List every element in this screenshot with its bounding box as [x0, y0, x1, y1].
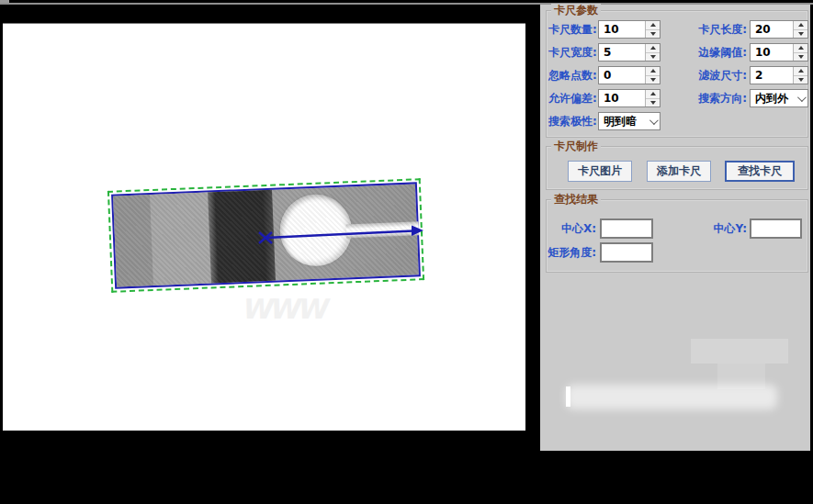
label-search-polarity: 搜索极性: — [548, 112, 596, 130]
part-circular-hole — [278, 193, 353, 267]
part-dark-band — [208, 190, 276, 284]
caliper-width-stepper[interactable]: 5 — [598, 43, 661, 62]
caliper-image-button[interactable]: 卡尺图片 — [568, 161, 632, 182]
corner-chip — [0, 0, 9, 3]
center-x-field[interactable] — [600, 218, 653, 239]
spinner-up-icon[interactable] — [794, 67, 807, 76]
group-caliper-make: 卡尺制作 卡尺图片 添加卡尺 查找卡尺 — [546, 146, 808, 190]
spinner-up-icon[interactable] — [646, 90, 660, 99]
label-search-direction: 搜索方向: — [684, 89, 747, 107]
label-allowed-deviation: 允许偏差: — [548, 89, 596, 107]
chevron-down-icon[interactable] — [645, 113, 660, 129]
inspected-part-image[interactable] — [111, 182, 421, 288]
label-center-x: 中心X: — [548, 219, 596, 238]
search-direction-select[interactable]: 内到外 — [750, 89, 808, 107]
group-caliper-params: 卡尺参数 卡尺数量: 10 卡尺长度: 20 卡尺宽度: — [546, 10, 808, 138]
spinner-up-icon[interactable] — [646, 44, 660, 53]
label-ignore-points: 忽略点数: — [548, 66, 596, 84]
label-rect-angle: 矩形角度: — [547, 243, 596, 262]
caliper-width-value[interactable]: 5 — [599, 44, 645, 61]
ignore-points-value[interactable]: 0 — [599, 67, 645, 84]
control-panel: 卡尺参数 卡尺数量: 10 卡尺长度: 20 卡尺宽度: — [540, 5, 810, 451]
chevron-down-icon[interactable] — [793, 90, 807, 106]
faint-watermark: WWW — [240, 293, 330, 325]
spinner-down-icon[interactable] — [794, 76, 807, 84]
center-y-field[interactable] — [750, 218, 802, 239]
spinner-down-icon[interactable] — [646, 99, 660, 107]
part-light-band — [150, 193, 211, 286]
watermark-block — [691, 339, 788, 364]
group-find-result: 查找结果 中心X: 中心Y: 矩形角度: — [546, 199, 808, 273]
edge-threshold-value[interactable]: 10 — [751, 44, 793, 61]
caliper-length-stepper[interactable]: 20 — [750, 20, 808, 39]
allowed-deviation-value[interactable]: 10 — [599, 90, 645, 106]
watermark-tick — [566, 386, 570, 407]
image-canvas[interactable]: WWW — [3, 23, 525, 431]
part-shade-band — [113, 195, 153, 287]
spinner-up-icon[interactable] — [794, 44, 807, 53]
label-caliper-width: 卡尺宽度: — [548, 43, 596, 62]
allowed-deviation-stepper[interactable]: 10 — [598, 89, 661, 107]
spinner-down-icon[interactable] — [646, 53, 660, 62]
label-edge-threshold: 边缘阈值: — [684, 43, 747, 62]
search-polarity-value: 明到暗 — [599, 113, 645, 129]
ignore-points-stepper[interactable]: 0 — [598, 66, 661, 84]
find-caliper-button[interactable]: 查找卡尺 — [725, 161, 795, 182]
group-title-find-result: 查找结果 — [551, 193, 601, 206]
search-polarity-select[interactable]: 明到暗 — [598, 112, 661, 130]
spinner-up-icon[interactable] — [646, 21, 660, 30]
filter-size-stepper[interactable]: 2 — [750, 66, 808, 84]
spinner-down-icon[interactable] — [646, 30, 660, 39]
label-center-y: 中心Y: — [684, 219, 747, 238]
watermark-blur — [566, 385, 777, 409]
spinner-up-icon[interactable] — [646, 67, 660, 76]
label-caliper-length: 卡尺长度: — [684, 20, 747, 39]
label-filter-size: 滤波尺寸: — [684, 66, 747, 84]
group-title-caliper-params: 卡尺参数 — [551, 4, 601, 17]
spinner-down-icon[interactable] — [794, 53, 807, 62]
group-title-caliper-make: 卡尺制作 — [551, 140, 601, 152]
part-slot — [346, 221, 420, 238]
spinner-down-icon[interactable] — [646, 76, 660, 84]
edge-threshold-stepper[interactable]: 10 — [750, 43, 808, 62]
label-caliper-count: 卡尺数量: — [548, 20, 596, 39]
app-window: WWW 卡尺参数 卡尺数量: 10 卡尺长度: 20 — [0, 0, 813, 504]
search-direction-value: 内到外 — [751, 90, 793, 106]
caliper-length-value[interactable]: 20 — [751, 21, 793, 38]
filter-size-value[interactable]: 2 — [751, 67, 793, 84]
caliper-count-value[interactable]: 10 — [599, 21, 645, 38]
rect-angle-field[interactable] — [600, 242, 653, 263]
spinner-up-icon[interactable] — [794, 21, 807, 30]
caliper-count-stepper[interactable]: 10 — [598, 20, 661, 39]
add-caliper-button[interactable]: 添加卡尺 — [647, 161, 711, 182]
spinner-down-icon[interactable] — [794, 30, 807, 39]
